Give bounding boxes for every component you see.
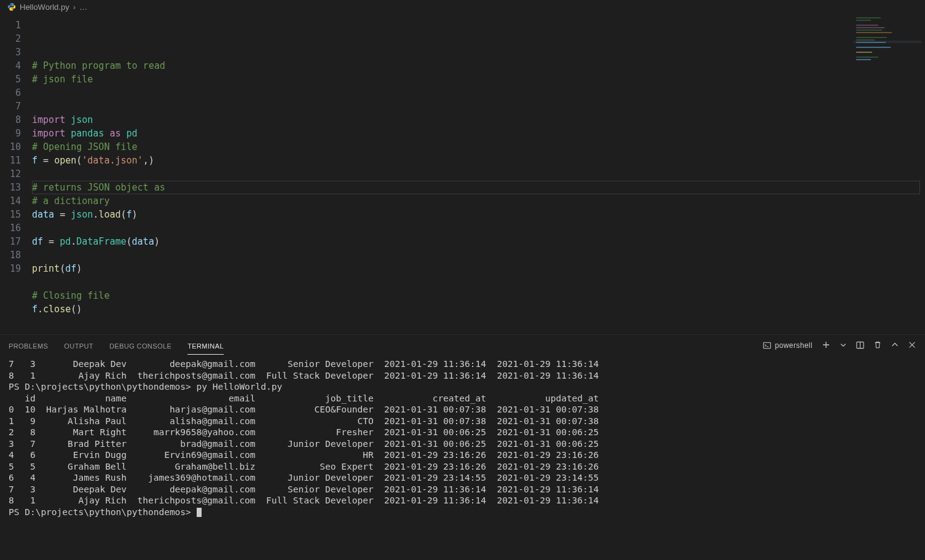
terminal-shell-selector[interactable]: powershell xyxy=(763,341,813,350)
editor[interactable]: 12345678910111213141516171819 # Python p… xyxy=(0,14,925,334)
line-number-gutter: 12345678910111213141516171819 xyxy=(0,14,32,334)
breadcrumb: HelloWorld.py › … xyxy=(0,0,925,14)
tab-debug-console[interactable]: DEBUG CONSOLE xyxy=(109,337,171,354)
trash-icon[interactable] xyxy=(873,341,882,350)
tab-terminal[interactable]: TERMINAL xyxy=(187,337,224,355)
terminal-output[interactable]: 7 3 Deepak Dev deepak@gmail.com Senior D… xyxy=(0,356,925,560)
tab-output[interactable]: OUTPUT xyxy=(64,337,93,354)
panel: PROBLEMS OUTPUT DEBUG CONSOLE TERMINAL p… xyxy=(0,334,925,560)
new-terminal-icon[interactable] xyxy=(821,340,831,351)
python-file-icon xyxy=(7,2,16,11)
maximize-panel-icon[interactable] xyxy=(891,341,899,350)
tab-problems[interactable]: PROBLEMS xyxy=(9,337,48,354)
breadcrumb-separator: › xyxy=(73,2,76,12)
split-terminal-icon[interactable] xyxy=(856,341,865,351)
panel-tabs: PROBLEMS OUTPUT DEBUG CONSOLE TERMINAL p… xyxy=(0,335,925,356)
svg-rect-0 xyxy=(763,342,770,349)
breadcrumb-tail[interactable]: … xyxy=(79,2,87,12)
minimap[interactable] xyxy=(854,16,921,65)
breadcrumb-file[interactable]: HelloWorld.py xyxy=(20,2,69,12)
code-area[interactable]: # Python program to read# json fileimpor… xyxy=(32,14,925,334)
close-panel-icon[interactable] xyxy=(908,341,916,350)
chevron-down-icon[interactable] xyxy=(840,341,847,350)
